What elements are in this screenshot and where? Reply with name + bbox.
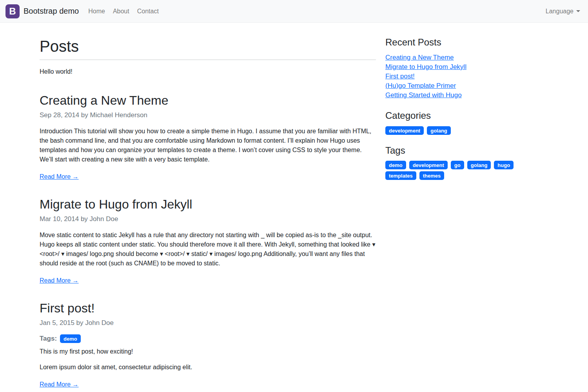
- recent-posts-list: Creating a New Theme Migrate to Hugo fro…: [385, 53, 519, 100]
- navbar-brand-label: Bootstrap demo: [24, 7, 79, 16]
- tags-heading: Tags: [385, 145, 519, 156]
- title-divider: [40, 60, 376, 60]
- intro-text: Hello world!: [40, 67, 376, 76]
- list-item: Getting Started with Hugo: [385, 91, 519, 100]
- tags-badge-group: demo development go golang hugo template…: [385, 161, 519, 180]
- language-dropdown-toggle[interactable]: Language: [546, 8, 580, 15]
- tag-badge-templates[interactable]: templates: [385, 171, 416, 180]
- post-summary: Lorem ipsum dolor sit amet, consectetur …: [40, 363, 376, 372]
- post-creating-a-new-theme: Creating a New Theme Sep 28, 2014 by Mic…: [40, 93, 376, 180]
- page-container: Posts Hello world! Creating a New Theme …: [40, 23, 548, 392]
- tag-badge-development[interactable]: development: [409, 161, 448, 169]
- recent-post-link-first-post[interactable]: First post!: [385, 73, 415, 80]
- post-summary: This is my first post, how exciting!: [40, 347, 376, 356]
- recent-post-link-hugo-template-primer[interactable]: (Hu)go Template Primer: [385, 82, 456, 89]
- post-meta: Sep 28, 2014 by Michael Henderson: [40, 110, 376, 120]
- tag-badge-demo[interactable]: demo: [385, 161, 406, 169]
- read-more-link[interactable]: Read More →: [40, 277, 79, 284]
- tag-badge-themes[interactable]: themes: [419, 171, 445, 180]
- post-title: Creating a New Theme: [40, 93, 376, 108]
- category-badge-golang[interactable]: golang: [427, 126, 451, 135]
- list-item: Creating a New Theme: [385, 53, 519, 62]
- tag-badge-go[interactable]: go: [451, 161, 464, 169]
- list-item: First post!: [385, 72, 519, 81]
- nav-link-about[interactable]: About: [109, 5, 133, 18]
- tag-badge-hugo[interactable]: hugo: [494, 161, 514, 169]
- navbar-brand[interactable]: B Bootstrap demo: [5, 4, 79, 18]
- post-migrate-to-hugo-from-jekyll: Migrate to Hugo from Jekyll Mar 10, 2014…: [40, 197, 376, 284]
- category-badge-development[interactable]: development: [385, 126, 424, 135]
- tags-label: Tags:: [40, 335, 57, 343]
- recent-post-link-migrate-to-hugo[interactable]: Migrate to Hugo from Jekyll: [385, 63, 466, 71]
- list-item: Migrate to Hugo from Jekyll: [385, 62, 519, 72]
- sidebar: Recent Posts Creating a New Theme Migrat…: [385, 37, 519, 190]
- post-summary: Move static content to static Jekyll has…: [40, 230, 376, 268]
- nav-link-home[interactable]: Home: [84, 5, 109, 18]
- language-dropdown-label: Language: [546, 8, 573, 15]
- post-title: First post!: [40, 301, 376, 316]
- post-meta: Jan 5, 2015 by John Doe: [40, 318, 376, 328]
- categories-heading: Categories: [385, 110, 519, 122]
- post-first-post: First post! Jan 5, 2015 by John Doe Tags…: [40, 301, 376, 388]
- tag-badge-demo[interactable]: demo: [60, 334, 81, 343]
- post-tags-line: Tags: demo: [40, 334, 376, 343]
- read-more-link[interactable]: Read More →: [40, 381, 79, 388]
- main-content: Posts Hello world! Creating a New Theme …: [40, 37, 376, 392]
- recent-post-link-creating-a-new-theme[interactable]: Creating a New Theme: [385, 54, 454, 61]
- bootstrap-logo-icon: B: [5, 4, 20, 18]
- categories-badge-group: development golang: [385, 126, 519, 135]
- read-more-link[interactable]: Read More →: [40, 173, 79, 180]
- chevron-down-icon: [576, 10, 580, 12]
- tag-badge-golang[interactable]: golang: [467, 161, 491, 169]
- post-meta: Mar 10, 2014 by John Doe: [40, 214, 376, 224]
- navbar: B Bootstrap demo Home About Contact Lang…: [0, 0, 588, 23]
- nav-link-contact[interactable]: Contact: [133, 5, 163, 18]
- navbar-links: Home About Contact: [84, 5, 163, 18]
- recent-posts-heading: Recent Posts: [385, 37, 519, 48]
- recent-post-link-getting-started-with-hugo[interactable]: Getting Started with Hugo: [385, 91, 462, 99]
- post-summary: Introduction This tutorial will show you…: [40, 127, 376, 164]
- post-title: Migrate to Hugo from Jekyll: [40, 197, 376, 212]
- list-item: (Hu)go Template Primer: [385, 81, 519, 91]
- page-title: Posts: [40, 37, 376, 56]
